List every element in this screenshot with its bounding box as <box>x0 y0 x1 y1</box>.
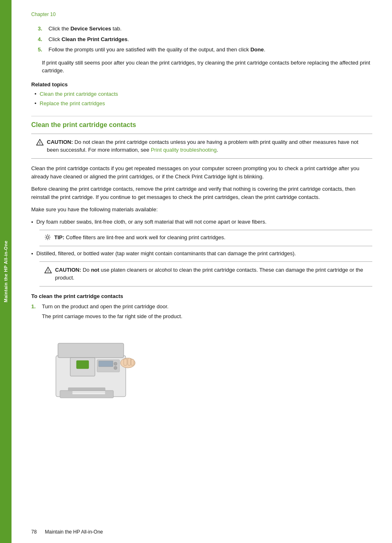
related-topics: Related topics Clean the print cartridge… <box>31 81 372 108</box>
svg-line-7 <box>46 235 46 236</box>
svg-line-10 <box>46 238 46 239</box>
printer-svg <box>48 327 146 409</box>
bullet-text-1: Dry foam rubber swabs, lint-free cloth, … <box>37 218 267 226</box>
step-4-content: Click Clean the Print Cartridges. <box>48 35 372 44</box>
tip-content: Coffee filters are lint-free and work we… <box>66 234 226 240</box>
printer-illustration <box>48 327 372 410</box>
step-3-num: 3. <box>38 25 47 33</box>
caution-period-1: . <box>217 147 218 153</box>
sidebar: Maintain the HP All-in-One <box>0 0 12 543</box>
svg-rect-14 <box>58 343 124 358</box>
main-content: Chapter 10 3. Click the Device Services … <box>12 0 392 543</box>
bullet-text-2: Distilled, filtered, or bottled water (t… <box>37 250 296 258</box>
clean-step-1-content: Turn on the product and open the print c… <box>42 303 372 321</box>
svg-rect-18 <box>99 361 113 367</box>
step-5: 5. Follow the prompts until you are sati… <box>38 46 372 54</box>
svg-rect-27 <box>72 391 105 393</box>
related-link-2[interactable]: Replace the print cartridges <box>35 99 372 108</box>
step5-follow-para: If print quality still seems poor after … <box>42 59 372 75</box>
footer-page-number: 78 <box>31 529 37 535</box>
clean-cartridge-link[interactable]: Clean the print cartridge contacts <box>40 90 118 98</box>
step-3: 3. Click the Device Services tab. <box>38 25 372 33</box>
svg-text:!: ! <box>39 141 41 145</box>
caution-box-1: ! CAUTION: Do not clean the print cartri… <box>31 134 372 159</box>
body-para-1: Clean the print cartridge contacts if yo… <box>31 164 372 181</box>
svg-point-19 <box>114 362 117 365</box>
bullet-section-1: • Dry foam rubber swabs, lint-free cloth… <box>31 218 372 246</box>
replace-cartridge-link[interactable]: Replace the print cartridges <box>40 99 105 108</box>
svg-point-20 <box>114 366 117 370</box>
clean-step-1: 1. Turn on the product and open the prin… <box>31 303 372 321</box>
svg-rect-22 <box>76 360 89 369</box>
section-divider <box>31 116 372 116</box>
bullet-dot-2: • <box>31 250 33 258</box>
clean-step-1-text: Turn on the product and open the print c… <box>42 303 168 310</box>
svg-text:!: ! <box>48 269 49 273</box>
step-4: 4. Click Clean the Print Cartridges. <box>38 35 372 44</box>
tip-box: TIP: Coffee filters are lint-free and wo… <box>39 230 372 247</box>
caution-text-1: CAUTION: Do not clean the print cartridg… <box>47 138 367 154</box>
section-heading: Clean the print cartridge contacts <box>31 121 372 129</box>
caution-label-1: CAUTION: <box>47 139 73 145</box>
step-list: 1. Turn on the product and open the prin… <box>31 303 372 321</box>
step-5-content: Follow the prompts until you are satisfi… <box>48 46 372 54</box>
sidebar-label: Maintain the HP All-in-One <box>3 240 8 303</box>
intro-steps-list: 3. Click the Device Services tab. 4. Cli… <box>38 25 372 54</box>
related-topics-title: Related topics <box>31 81 372 88</box>
bullet-dot-1: • <box>31 218 33 226</box>
caution-not: not <box>91 267 99 273</box>
caution-label-2: CAUTION: <box>55 267 81 273</box>
bullet-item-2: • Distilled, filtered, or bottled water … <box>31 250 372 258</box>
clean-step-1-sub: The print carriage moves to the far righ… <box>42 312 372 321</box>
svg-line-8 <box>49 238 50 239</box>
caution-icon-2: ! <box>44 266 52 276</box>
related-link-1[interactable]: Clean the print cartridge contacts <box>35 90 372 98</box>
svg-point-2 <box>46 236 49 238</box>
step-4-num: 4. <box>38 35 47 44</box>
svg-line-9 <box>49 235 50 236</box>
svg-rect-25 <box>128 358 131 365</box>
clean-step-1-num: 1. <box>31 303 40 321</box>
caution-text-2: CAUTION: Do not use platen cleaners or a… <box>55 266 367 282</box>
svg-rect-26 <box>131 359 134 365</box>
step-3-content: Click the Device Services tab. <box>48 25 372 33</box>
caution-body-2a: Do <box>83 267 91 273</box>
footer: 78 Maintain the HP All-in-One <box>31 529 372 535</box>
tip-sun-icon <box>44 234 51 243</box>
step-5-num: 5. <box>38 46 47 54</box>
tip-text: TIP: Coffee filters are lint-free and wo… <box>54 233 226 242</box>
caution-body-2b: use platen cleaners or alcohol to clean … <box>55 267 363 281</box>
tip-label: TIP: <box>54 234 65 240</box>
body-para-2: Before cleaning the print cartridge cont… <box>31 185 372 201</box>
svg-rect-16 <box>68 388 105 391</box>
bullet-item-1: • Dry foam rubber swabs, lint-free cloth… <box>31 218 372 226</box>
svg-rect-28 <box>72 393 105 394</box>
print-quality-link[interactable]: Print quality troubleshooting <box>151 147 217 153</box>
related-topics-list: Clean the print cartridge contacts Repla… <box>35 90 372 108</box>
footer-text: Maintain the HP All-in-One <box>45 529 103 535</box>
svg-rect-24 <box>124 359 127 365</box>
bullet-section-2: • Distilled, filtered, or bottled water … <box>31 250 372 287</box>
body-para-3: Make sure you have the following materia… <box>31 206 372 214</box>
to-heading: To clean the print cartridge contacts <box>31 293 372 299</box>
caution-box-2: ! CAUTION: Do not use platen cleaners or… <box>39 261 372 287</box>
chapter-label: Chapter 10 <box>31 12 372 17</box>
caution-icon-1: ! <box>36 139 44 148</box>
